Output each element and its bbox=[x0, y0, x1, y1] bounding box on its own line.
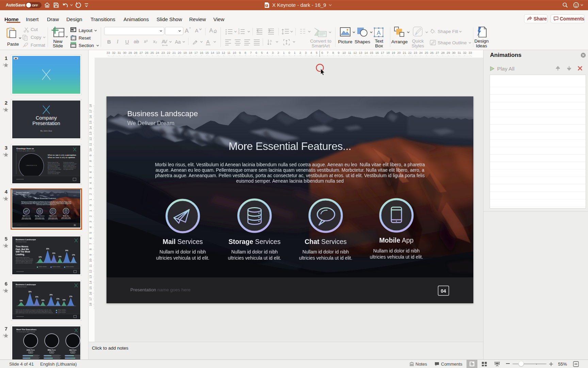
svg-text:17%: 17% bbox=[72, 254, 75, 256]
svg-text:14: 14 bbox=[364, 51, 368, 55]
svg-text:24: 24 bbox=[156, 51, 159, 55]
svg-text:ultricies vehicula ut id elit.: ultricies vehicula ut id elit. bbox=[299, 256, 352, 261]
svg-text:3: 3 bbox=[305, 51, 307, 55]
svg-text:15: 15 bbox=[370, 51, 373, 55]
svg-text:14: 14 bbox=[89, 281, 92, 284]
svg-text:2: 2 bbox=[89, 215, 92, 217]
svg-text:Nullam id dolor id nibh: Nullam id dolor id nibh bbox=[160, 249, 206, 255]
svg-text:6: 6 bbox=[89, 171, 92, 173]
svg-text:13: 13 bbox=[89, 275, 92, 279]
svg-text:9: 9 bbox=[89, 155, 92, 156]
svg-text:5: 5 bbox=[261, 51, 263, 55]
svg-text:Chat Services: Chat Services bbox=[49, 215, 57, 217]
svg-text:Chat Services: Chat Services bbox=[305, 238, 347, 245]
svg-text:15: 15 bbox=[205, 51, 209, 55]
svg-text:ultricies vehicula ut id elit.: ultricies vehicula ut id elit. bbox=[228, 256, 281, 261]
svg-text:6: 6 bbox=[89, 237, 92, 239]
svg-text:32%: 32% bbox=[46, 248, 49, 250]
svg-text:11: 11 bbox=[89, 143, 92, 146]
svg-text:16: 16 bbox=[200, 51, 203, 55]
svg-text:16: 16 bbox=[375, 51, 379, 55]
svg-text:11: 11 bbox=[227, 51, 230, 55]
svg-text:04: 04 bbox=[441, 288, 446, 294]
svg-text:12: 12 bbox=[222, 51, 225, 55]
svg-text:21: 21 bbox=[172, 51, 176, 55]
svg-text:24%: 24% bbox=[65, 250, 68, 251]
svg-text:17: 17 bbox=[381, 51, 384, 55]
svg-text:Morbi leo risus, elit. Vestibu: Morbi leo risus, elit. Vestibulum id Aen… bbox=[155, 162, 425, 167]
svg-text:3: 3 bbox=[272, 51, 274, 55]
svg-text:8: 8 bbox=[89, 160, 92, 162]
svg-text:18: 18 bbox=[189, 51, 192, 55]
svg-text:ultricies vehicula ut id elit.: ultricies vehicula ut id elit. bbox=[156, 256, 209, 261]
svg-text:13: 13 bbox=[216, 51, 219, 55]
svg-text:26: 26 bbox=[430, 51, 434, 55]
svg-text:23: 23 bbox=[414, 51, 417, 55]
svg-text:9: 9 bbox=[239, 51, 241, 55]
svg-text:1: 1 bbox=[89, 199, 92, 200]
svg-text:5: 5 bbox=[89, 232, 92, 233]
svg-text:28: 28 bbox=[134, 51, 137, 55]
svg-text:10: 10 bbox=[233, 51, 236, 55]
svg-text:7: 7 bbox=[250, 51, 252, 55]
svg-text:11: 11 bbox=[348, 51, 351, 55]
svg-text:Mail Services: Mail Services bbox=[23, 215, 30, 217]
svg-text:2: 2 bbox=[299, 51, 301, 55]
svg-text:12%: 12% bbox=[38, 256, 42, 258]
svg-text:25: 25 bbox=[425, 51, 428, 55]
svg-text:Business Landscape: Business Landscape bbox=[16, 191, 29, 193]
svg-text:23: 23 bbox=[161, 51, 165, 55]
svg-text:27: 27 bbox=[436, 51, 439, 55]
svg-text:27: 27 bbox=[140, 51, 143, 55]
svg-text:6: 6 bbox=[256, 51, 257, 55]
svg-text:17: 17 bbox=[194, 51, 198, 55]
svg-text:1: 1 bbox=[89, 210, 92, 212]
svg-text:29: 29 bbox=[128, 51, 132, 55]
svg-text:14: 14 bbox=[89, 126, 92, 129]
svg-text:10: 10 bbox=[89, 259, 92, 262]
svg-text:10: 10 bbox=[89, 148, 92, 152]
svg-text:7: 7 bbox=[327, 51, 328, 55]
svg-text:Presentation name goes here: Presentation name goes here bbox=[17, 225, 28, 226]
svg-text:12: 12 bbox=[89, 137, 92, 141]
svg-text:4: 4 bbox=[266, 51, 268, 55]
svg-text:augue. Aenean eu leo quam. Pel: augue. Aenean eu leo quam. Pellentesque … bbox=[156, 167, 424, 173]
svg-text:31: 31 bbox=[458, 51, 461, 55]
svg-text:Business Landscape: Business Landscape bbox=[127, 109, 198, 118]
svg-text:20: 20 bbox=[178, 51, 181, 55]
svg-text:Nullam id dolor id nibh: Nullam id dolor id nibh bbox=[303, 249, 349, 255]
svg-text:Mail Services: Mail Services bbox=[163, 238, 203, 245]
svg-text:A: A bbox=[377, 30, 381, 36]
svg-text:14%: 14% bbox=[62, 299, 65, 301]
svg-text:33: 33 bbox=[469, 51, 472, 55]
svg-text:1: 1 bbox=[294, 51, 296, 55]
svg-text:32: 32 bbox=[112, 51, 115, 55]
svg-text:15: 15 bbox=[89, 121, 92, 124]
svg-text:13: 13 bbox=[359, 51, 362, 55]
svg-text:12: 12 bbox=[353, 51, 357, 55]
svg-text:1: 1 bbox=[283, 51, 284, 55]
svg-text:31: 31 bbox=[117, 51, 121, 55]
svg-text:Mobile App: Mobile App bbox=[379, 236, 414, 244]
svg-text:P: P bbox=[266, 4, 267, 7]
svg-text:Nullam id dolor id nibh: Nullam id dolor id nibh bbox=[231, 249, 278, 255]
svg-text:10: 10 bbox=[342, 51, 346, 55]
svg-text:A: A bbox=[270, 39, 272, 43]
svg-text:19: 19 bbox=[392, 51, 395, 55]
svg-text:17: 17 bbox=[89, 110, 92, 113]
svg-text:3: 3 bbox=[89, 221, 92, 223]
svg-text:8: 8 bbox=[332, 51, 334, 55]
svg-text:euismod semper. Aenean lacinia: euismod semper. Aenean lacinia bibendum … bbox=[236, 178, 344, 184]
svg-text:13%: 13% bbox=[19, 300, 22, 302]
svg-text:32: 32 bbox=[463, 51, 467, 55]
svg-text:14%: 14% bbox=[58, 256, 61, 258]
svg-text:7: 7 bbox=[89, 166, 92, 167]
svg-text:24%: 24% bbox=[49, 294, 52, 296]
svg-text:17%: 17% bbox=[69, 296, 72, 297]
svg-text:29: 29 bbox=[446, 51, 450, 55]
svg-text:18: 18 bbox=[89, 303, 92, 306]
svg-text:33: 33 bbox=[107, 51, 110, 55]
svg-text:We Deliver Dream: We Deliver Dream bbox=[16, 194, 25, 195]
svg-text:15: 15 bbox=[89, 286, 92, 290]
svg-text:20: 20 bbox=[397, 51, 401, 55]
